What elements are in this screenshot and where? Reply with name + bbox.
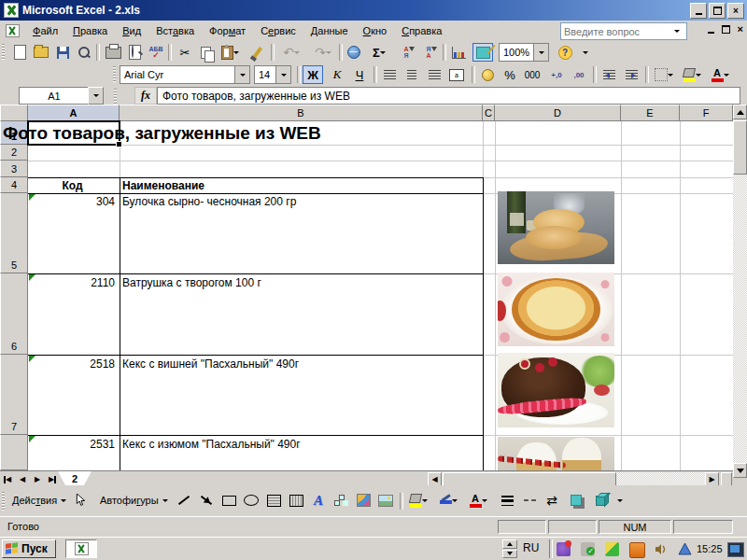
- cell-b8-name[interactable]: Кекс с изюмом "Пасхальный" 490г: [122, 438, 301, 451]
- column-header-f[interactable]: F: [680, 105, 733, 121]
- toolbar-grip[interactable]: [113, 66, 116, 83]
- menu-item-data[interactable]: Данные: [303, 21, 356, 40]
- select-all-corner[interactable]: [0, 105, 28, 121]
- merge-center-button[interactable]: a: [446, 65, 467, 84]
- draw-actions-button[interactable]: Действия: [7, 490, 71, 511]
- menu-item-view[interactable]: Вид: [115, 21, 148, 40]
- dash-style-button[interactable]: [519, 490, 540, 511]
- hyperlink-button[interactable]: [344, 43, 364, 62]
- hscroll-left-button[interactable]: ◀: [428, 472, 442, 486]
- cell-a7-code[interactable]: 2518: [28, 357, 115, 371]
- hscrollbar-thumb[interactable]: [443, 472, 616, 486]
- insert-function-button[interactable]: fx: [134, 87, 157, 105]
- toolbar-grip[interactable]: [2, 44, 5, 61]
- spin-up-button[interactable]: [502, 539, 517, 549]
- scrollbar-thumb[interactable]: [733, 120, 747, 175]
- column-header-e[interactable]: E: [621, 105, 680, 121]
- vatrushka-photo[interactable]: [498, 273, 614, 346]
- cell-b4-name-header[interactable]: Наименование: [122, 179, 204, 192]
- menu-item-help[interactable]: Справка: [394, 21, 449, 40]
- insert-picture-button[interactable]: [375, 490, 396, 511]
- row-header-8[interactable]: [0, 435, 28, 470]
- ask-question-box[interactable]: [560, 22, 687, 40]
- toolbar-options-button[interactable]: [614, 490, 626, 511]
- cell-b7-name[interactable]: Кекс с вишней "Пасхальный" 490г: [122, 357, 299, 371]
- font-size-dropdown-button[interactable]: [275, 66, 290, 83]
- drawing-button[interactable]: [472, 43, 493, 62]
- formula-field[interactable]: Фото товаров, загруженные из WEB: [157, 87, 740, 105]
- start-button[interactable]: Пуск: [2, 539, 56, 558]
- 3d-style-button[interactable]: [590, 490, 611, 511]
- column-header-c[interactable]: C: [483, 105, 495, 121]
- hscroll-right-button[interactable]: ▶: [705, 472, 719, 486]
- name-box-dropdown[interactable]: [88, 87, 104, 105]
- next-sheet-button[interactable]: ▶: [30, 472, 45, 486]
- diagram-button[interactable]: [331, 490, 351, 511]
- menu-item-file[interactable]: Файл: [25, 21, 65, 40]
- workbook-minimize-icon[interactable]: [708, 32, 714, 34]
- spelling-button[interactable]: АБВ✓: [146, 43, 166, 62]
- text-box-button[interactable]: [263, 490, 284, 511]
- cut-button[interactable]: ✂: [175, 43, 195, 62]
- chocolate-cherry-cake-photo[interactable]: [498, 353, 614, 427]
- scroll-up-button[interactable]: [733, 105, 747, 119]
- format-painter-button[interactable]: [247, 43, 268, 62]
- workbook-close-icon[interactable]: ×: [738, 24, 743, 35]
- draw-line-color-button[interactable]: [435, 490, 461, 511]
- bold-button[interactable]: Ж: [303, 65, 323, 84]
- save-button[interactable]: [52, 43, 73, 62]
- arrow-style-button[interactable]: ⇄: [542, 490, 562, 511]
- underline-button[interactable]: Ч: [349, 65, 370, 84]
- draw-fill-color-button[interactable]: [405, 490, 431, 511]
- java-tray-icon[interactable]: [629, 542, 645, 558]
- shadow-style-button[interactable]: [566, 490, 586, 511]
- cell-b6-name[interactable]: Ватрушка с творогом 100 г: [122, 276, 261, 289]
- new-document-button[interactable]: [9, 43, 30, 62]
- workbook-restore-icon[interactable]: [722, 25, 730, 34]
- row-header-3[interactable]: 3: [0, 161, 28, 177]
- percent-style-button[interactable]: %: [500, 65, 520, 84]
- open-button[interactable]: [31, 43, 51, 62]
- cell-b5-name[interactable]: Булочка сырно- чесночная 200 гр: [122, 195, 296, 208]
- print-preview-button[interactable]: [124, 43, 145, 62]
- oval-tool-button[interactable]: [241, 490, 261, 511]
- font-color-button[interactable]: А: [707, 65, 733, 84]
- rectangle-tool-button[interactable]: [218, 490, 239, 511]
- vertical-text-box-button[interactable]: [286, 490, 306, 511]
- network-tray-icon[interactable]: [605, 542, 619, 556]
- currency-button[interactable]: [477, 65, 498, 84]
- increase-decimal-button[interactable]: +,0: [546, 65, 567, 84]
- toolbar-options-button[interactable]: [579, 43, 592, 62]
- line-tool-button[interactable]: [174, 490, 194, 511]
- cheese-garlic-buns-photo[interactable]: [498, 191, 614, 264]
- clip-art-button[interactable]: [353, 490, 374, 511]
- menu-item-window[interactable]: Окно: [356, 21, 395, 40]
- undo-button[interactable]: ↶: [277, 43, 305, 62]
- zoom-combo[interactable]: 100%: [499, 43, 549, 62]
- wordart-button[interactable]: А: [308, 490, 329, 511]
- font-size-combo[interactable]: 14: [254, 65, 291, 84]
- align-left-button[interactable]: [379, 65, 400, 84]
- fill-color-button[interactable]: [679, 65, 705, 84]
- cell-a6-code[interactable]: 2110: [28, 276, 115, 289]
- font-name-dropdown-button[interactable]: [234, 66, 249, 83]
- minimize-button[interactable]: [690, 3, 707, 19]
- row-header-6[interactable]: 6: [0, 273, 28, 355]
- tab-split-handle[interactable]: [721, 472, 732, 486]
- zoom-dropdown-button[interactable]: [533, 44, 548, 61]
- align-center-button[interactable]: [402, 65, 422, 84]
- column-header-b[interactable]: B: [120, 105, 483, 121]
- cell-a1-title[interactable]: Фото товаров, загруженные из WEB: [3, 123, 321, 144]
- language-indicator[interactable]: RU: [523, 541, 539, 554]
- decrease-decimal-button[interactable]: ,00: [569, 65, 589, 84]
- cell-a8-code[interactable]: 2531: [28, 438, 115, 451]
- restore-button[interactable]: [709, 3, 726, 19]
- select-objects-button[interactable]: [71, 490, 92, 511]
- first-sheet-button[interactable]: ◀: [0, 472, 15, 486]
- taskbar-excel-item[interactable]: [65, 539, 97, 558]
- sheet-tab-2[interactable]: 2: [58, 471, 92, 486]
- spin-down-button[interactable]: [502, 550, 517, 559]
- cell-a5-code[interactable]: 304: [28, 195, 115, 208]
- font-name-combo[interactable]: Arial Cyr: [120, 65, 250, 84]
- volume-tray-icon[interactable]: [654, 542, 668, 556]
